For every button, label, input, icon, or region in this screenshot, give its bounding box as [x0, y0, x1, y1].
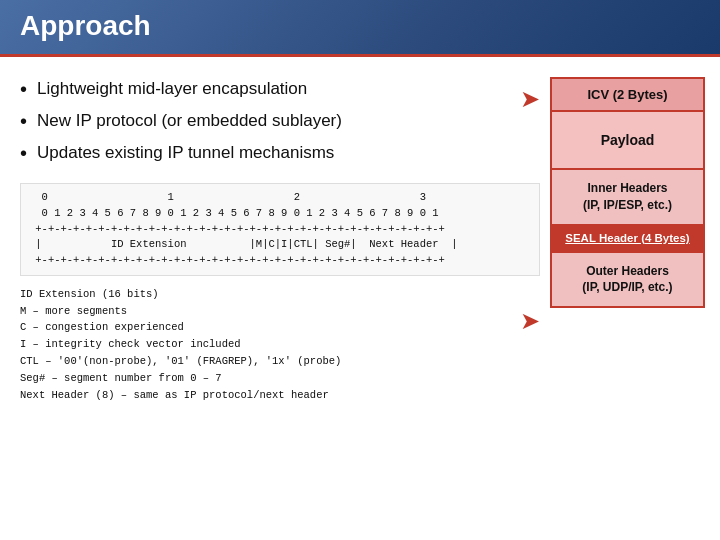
slide-content: Lightweight mid-layer encapsulation New …: [0, 57, 720, 413]
bullet-1: Lightweight mid-layer encapsulation: [20, 77, 540, 101]
arrow-2-icon: ➤: [520, 307, 540, 335]
inner-headers-box: Inner Headers(IP, IP/ESP, etc.): [550, 170, 705, 226]
slide: Approach Lightweight mid-layer encapsula…: [0, 0, 720, 540]
outer-headers-box: Outer Headers(IP, UDP/IP, etc.): [550, 253, 705, 309]
legend-block: ID Extension (16 bits) M – more segments…: [20, 286, 540, 404]
icv-box: ICV (2 Bytes): [550, 77, 705, 112]
seal-header-box: SEAL Header (4 Bytes): [550, 226, 705, 253]
slide-title: Approach: [20, 10, 700, 42]
bullet-3: Updates existing IP tunnel mechanisms: [20, 141, 540, 165]
slide-header: Approach: [0, 0, 720, 57]
payload-box: Payload: [550, 112, 705, 170]
bullet-2: New IP protocol (or embedded sublayer): [20, 109, 540, 133]
arrow-1-icon: ➤: [520, 85, 540, 113]
packet-diagram: 0 1 2 3 0 1 2 3 4 5 6 7 8 9 0 1 2 3 4 5 …: [20, 183, 540, 276]
right-panel: ICV (2 Bytes) Payload Inner Headers(IP, …: [550, 77, 705, 308]
bullet-list: Lightweight mid-layer encapsulation New …: [20, 77, 540, 165]
left-panel: Lightweight mid-layer encapsulation New …: [20, 77, 540, 403]
right-panel-wrapper: ➤ ➤ ICV (2 Bytes) Payload Inner Headers(…: [550, 77, 705, 403]
